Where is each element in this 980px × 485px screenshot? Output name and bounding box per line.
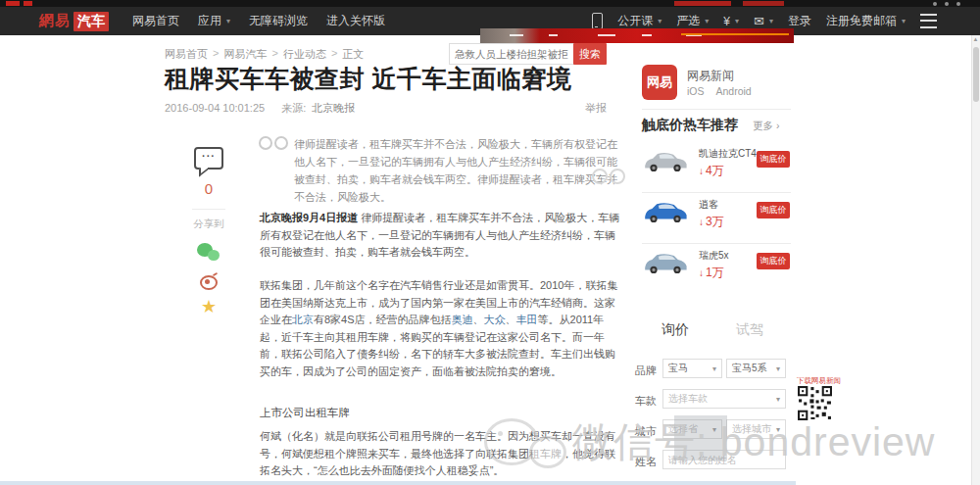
chevron-right-icon: › <box>776 120 780 131</box>
open-quote-icon <box>259 136 288 150</box>
link-toyota[interactable]: 丰田 <box>516 314 538 325</box>
divider <box>192 209 225 210</box>
breadcrumb-current: 正文 <box>342 47 364 62</box>
ask-bottom-price-button[interactable]: 询底价 <box>757 253 790 269</box>
share-to-label: 分享到 <box>193 218 224 231</box>
brand-label: 品牌 <box>635 364 657 378</box>
top-edge-strip <box>0 0 980 7</box>
mail-icon[interactable] <box>754 14 773 28</box>
breadcrumb: 网易首页 > 网易汽车 > 行业动态 > 正文 <box>165 47 364 62</box>
car-list-item[interactable]: 逍客 ↓3万 询底价 <box>642 194 791 239</box>
browser-page: 網易 汽车 网易首页 应用 无障碍浏览 进入关怀版 公开课 严选 ¥ 登录 注册… <box>0 0 980 485</box>
car-name[interactable]: 逍客 <box>699 198 718 212</box>
nav-finance-menu[interactable]: ¥ <box>723 15 739 28</box>
car-price-drop: ↓1万 <box>699 265 724 281</box>
netease-auto-logo[interactable]: 網易 汽车 <box>39 12 109 31</box>
paragraph-1: 北京晚报9月4日报道 律师提醒读者，租车牌买车并不合法，风险极大，车辆所有权登记… <box>260 210 622 262</box>
breadcrumb-auto[interactable]: 网易汽车 <box>223 47 267 62</box>
nav-yanxuan-menu[interactable]: 严选 <box>676 13 709 29</box>
source-label: 来源: <box>281 102 306 114</box>
paragraph-2-text: 有8家4S店，经营的品牌包括 <box>314 314 452 325</box>
android-download-link[interactable]: Android <box>716 85 752 97</box>
decor-dot <box>945 2 949 6</box>
nav-accessibility-link[interactable]: 无障碍浏览 <box>249 13 308 29</box>
breadcrumb-industry[interactable]: 行业动态 <box>283 47 326 62</box>
nav-home-link[interactable]: 网易首页 <box>132 13 179 29</box>
hot-cars-title: 触底价热车推荐 <box>642 117 738 134</box>
ask-bottom-price-button[interactable]: 询底价 <box>757 151 790 168</box>
page-title: 租牌买车车被查封 近千车主面临窘境 <box>165 63 571 95</box>
car-list-item[interactable]: 瑞虎5x ↓1万 询底价 <box>642 245 791 290</box>
breadcrumb-separator: > <box>331 47 337 62</box>
more-link[interactable]: 更多 › <box>753 120 779 133</box>
car-name[interactable]: 凯迪拉克CT4 <box>699 147 757 161</box>
weibo-share-icon[interactable] <box>200 273 218 289</box>
banner-fragment <box>24 1 32 6</box>
ask-bottom-price-button[interactable]: 询底价 <box>757 202 790 218</box>
breadcrumb-home[interactable]: 网易首页 <box>165 47 208 62</box>
navbar-left-links: 网易首页 应用 无障碍浏览 进入关怀版 <box>132 13 385 29</box>
logo-product-text: 汽车 <box>74 12 109 31</box>
tab-inquiry[interactable]: 询价 <box>662 321 689 339</box>
series-select[interactable]: 宝马5系 <box>726 359 786 378</box>
comment-count[interactable]: 0 <box>205 180 213 197</box>
logo-brand-text: 網易 <box>39 12 71 30</box>
ad-banner[interactable] <box>480 28 794 43</box>
report-link[interactable]: 举报 <box>585 101 607 116</box>
price-drop-arrow-icon: ↓ <box>699 267 704 278</box>
paragraph-lead: 北京晚报9月4日报道 <box>260 212 358 223</box>
paragraph-2-text: 、 <box>506 314 516 325</box>
nav-apps-menu[interactable]: 应用 <box>198 13 230 29</box>
source-name[interactable]: 北京晚报 <box>312 102 355 114</box>
link-audi[interactable]: 奥迪 <box>452 314 473 325</box>
price-drop-arrow-icon: ↓ <box>699 166 704 176</box>
section-subhead: 上市公司出租车牌 <box>260 406 350 420</box>
ios-download-link[interactable]: iOS <box>687 85 705 97</box>
nav-open-course-menu[interactable]: 公开课 <box>617 13 662 29</box>
nav-care-mode-link[interactable]: 进入关怀版 <box>326 13 385 29</box>
divider <box>642 109 791 110</box>
comment-bubble-icon[interactable]: ··· <box>194 147 223 170</box>
ad-banner-underline <box>681 33 789 35</box>
share-rail: ··· 0 分享到 <box>188 147 229 315</box>
app-download-links: iOS Android <box>687 85 752 97</box>
divider <box>642 243 791 244</box>
tab-test-drive[interactable]: 试驾 <box>736 321 763 339</box>
wechat-logo-watermark-icon <box>484 418 568 469</box>
netease-news-app-icon[interactable]: 网易 <box>642 65 677 100</box>
search-button[interactable]: 搜索 <box>573 43 607 65</box>
banner-fragment <box>743 1 784 6</box>
car-name[interactable]: 瑞虎5x <box>699 249 729 263</box>
car-price-drop: ↓3万 <box>699 214 724 230</box>
navbar-right-links: 公开课 严选 ¥ 登录 注册免费邮箱 <box>592 13 937 29</box>
car-list-item[interactable]: 凯迪拉克CT4 ↓4万 询底价 <box>642 143 791 188</box>
login-link[interactable]: 登录 <box>788 13 811 29</box>
model-label: 车款 <box>635 394 657 409</box>
app-name: 网易新闻 <box>687 68 734 84</box>
brand-select[interactable]: 宝马 <box>662 359 722 378</box>
scroll-up-arrow-icon[interactable] <box>971 36 980 42</box>
register-mailbox-link[interactable]: 注册免费邮箱 <box>826 13 906 29</box>
hamburger-menu-icon[interactable] <box>920 14 937 28</box>
breadcrumb-separator: > <box>213 47 219 62</box>
scrollbar-track[interactable] <box>971 35 980 485</box>
paragraph-2-text: 、 <box>473 314 484 325</box>
wechat-share-icon[interactable] <box>197 243 220 263</box>
breadcrumb-separator: > <box>271 47 277 62</box>
mobile-phone-icon[interactable] <box>592 13 603 29</box>
article-datetime: 2016-09-04 10:01:25 <box>165 102 265 114</box>
model-select[interactable]: 选择车款 <box>662 389 786 409</box>
car-image <box>642 198 689 227</box>
link-volkswagen[interactable]: 大众 <box>484 314 506 325</box>
link-beijing[interactable]: 北京 <box>292 314 314 325</box>
car-price-drop: ↓4万 <box>699 163 724 179</box>
banner-fragment <box>6 1 20 6</box>
decor-dot <box>933 2 937 6</box>
paragraph-2: 联拓集团，几年前这个名字在汽车销售行业还是如雷贯耳。2010年，联拓集团在美国纳… <box>260 277 622 380</box>
scrollbar-thumb[interactable] <box>973 47 979 102</box>
watermark-text: 微信号: bondreview <box>572 415 935 469</box>
car-image <box>642 147 689 176</box>
article-quote: 律师提醒读者，租车牌买车并不合法，风险极大，车辆所有权登记在他人名下，一旦登记的… <box>294 135 617 206</box>
favorite-star-icon[interactable] <box>201 298 217 315</box>
search-input[interactable] <box>449 43 576 65</box>
